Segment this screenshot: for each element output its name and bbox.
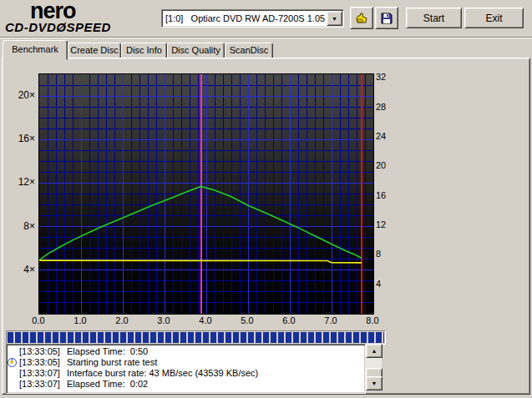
- log-message: Elapsed Time: 0:02: [67, 379, 148, 390]
- log-timestamp: [13:33:05]: [19, 346, 67, 357]
- transfer-rate-plot: [38, 73, 374, 315]
- start-button[interactable]: Start: [406, 8, 462, 28]
- scroll-up-button[interactable]: ▲: [366, 344, 383, 358]
- x-axis: 0.01.02.03.04.05.06.07.08.0: [38, 315, 374, 326]
- logo-speed: SPEED: [67, 20, 111, 34]
- nero-cd-dvd-speed-window: { "logo": { "brand": "nero", "cd_dvd": "…: [0, 0, 532, 398]
- x-tick-label: 2.0: [109, 315, 134, 325]
- x-tick-label: 3.0: [151, 315, 176, 325]
- disc-icon: Ø: [56, 20, 66, 34]
- y-right-tick-label: 20: [376, 160, 396, 170]
- log-message: Interface burst rate: 43 MB/sec (43539 K…: [67, 368, 258, 379]
- nero-logo: nero CD-DVDØSPEED: [5, 1, 155, 33]
- progress-bar: [6, 330, 386, 345]
- arrow-down-icon: ▼: [372, 380, 377, 386]
- x-tick-label: 7.0: [318, 315, 343, 325]
- nero-brand-text: nero: [30, 1, 155, 22]
- x-tick-label: 6.0: [276, 315, 301, 325]
- toolbar: nero CD-DVDØSPEED [1:0] Optiarc DVD RW A…: [0, 0, 532, 37]
- drive-select[interactable]: [1:0] Optiarc DVD RW AD-7200S 1.05 ▼: [161, 9, 344, 28]
- hand-eject-icon: [354, 11, 369, 26]
- y-right-tick-label: 24: [376, 131, 396, 141]
- tab-benchmark[interactable]: Benchmark: [3, 40, 68, 60]
- y-right-tick-label: 16: [376, 190, 396, 200]
- log-message: Starting burst rate test: [67, 357, 157, 368]
- eject-button[interactable]: [350, 7, 373, 29]
- y-axis-left: 20×16×12×8×4×: [5, 73, 35, 313]
- scroll-down-button[interactable]: ▼: [366, 376, 383, 390]
- log-line: [13:33:05]Starting burst rate test: [7, 357, 365, 368]
- x-tick-label: 5.0: [235, 315, 260, 325]
- tab-disc-info[interactable]: Disc Info: [121, 43, 167, 59]
- log-timestamp: [13:33:05]: [19, 357, 67, 368]
- floppy-save-icon: [380, 12, 393, 25]
- x-tick-label: 8.0: [360, 315, 385, 325]
- y-left-tick-label: 8×: [5, 220, 35, 232]
- chevron-down-icon: ▼: [332, 16, 337, 22]
- log-scrollbar[interactable]: ▲ ▼: [365, 344, 382, 390]
- y-left-tick-label: 4×: [5, 264, 35, 275]
- x-tick-label: 1.0: [68, 315, 93, 325]
- exit-button[interactable]: Exit: [464, 8, 524, 28]
- combo-dropdown-button[interactable]: ▼: [327, 11, 342, 26]
- busy-spinner-icon: [8, 358, 17, 367]
- tab-disc-quality[interactable]: Disc Quality: [167, 43, 225, 59]
- log-message: Elapsed Time: 0:50: [67, 346, 148, 357]
- tab-scandisc[interactable]: ScanDisc: [225, 43, 273, 59]
- y-left-tick-label: 20×: [5, 89, 35, 101]
- plot-canvas: [39, 74, 373, 314]
- logo-cd-dvd: CD-DVD: [5, 20, 56, 34]
- y-right-tick-label: 8: [376, 249, 396, 259]
- y-axis-right: 32282420161284: [376, 73, 396, 313]
- log-timestamp: [13:33:07]: [19, 368, 67, 379]
- y-left-tick-label: 12×: [5, 176, 35, 188]
- status-log: [13:33:05]Elapsed Time: 0:50[13:33:05]St…: [6, 344, 366, 394]
- y-right-tick-label: 12: [376, 219, 396, 229]
- toolbar-divider: [0, 37, 532, 38]
- drive-select-value: [1:0] Optiarc DVD RW AD-7200S 1.05: [162, 12, 327, 25]
- log-line: [13:33:05]Elapsed Time: 0:50: [7, 346, 365, 357]
- y-left-tick-label: 16×: [5, 133, 35, 144]
- log-line: [13:33:07]Interface burst rate: 43 MB/se…: [7, 368, 365, 379]
- y-right-tick-label: 32: [376, 72, 396, 82]
- y-right-tick-label: 4: [376, 279, 396, 289]
- log-timestamp: [13:33:07]: [19, 379, 67, 390]
- x-tick-label: 4.0: [193, 315, 218, 325]
- log-line: [13:33:07]Elapsed Time: 0:02: [7, 379, 365, 390]
- x-tick-label: 0.0: [26, 315, 51, 325]
- save-button[interactable]: [375, 7, 398, 29]
- cd-dvd-speed-text: CD-DVDØSPEED: [5, 22, 155, 33]
- arrow-up-icon: ▲: [372, 348, 377, 354]
- tab-create-disc[interactable]: Create Disc: [68, 43, 121, 59]
- progress-bar-fill: [8, 332, 384, 343]
- y-right-tick-label: 28: [376, 102, 396, 112]
